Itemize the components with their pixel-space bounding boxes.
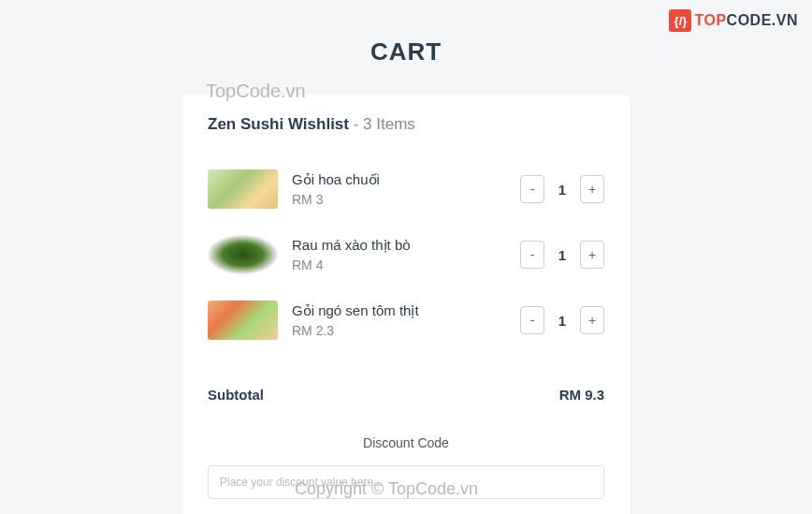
logo-text-top: TOP bbox=[694, 12, 726, 28]
subtotal-row: Subtotal RM 9.3 bbox=[208, 387, 604, 403]
item-price: RM 3 bbox=[292, 192, 520, 207]
qty-value: 1 bbox=[558, 247, 567, 263]
item-name: Gỏi hoa chuối bbox=[292, 171, 520, 188]
item-price: RM 4 bbox=[292, 257, 520, 272]
cart-item: Gỏi hoa chuối RM 3 - 1 + bbox=[208, 169, 604, 209]
qty-value: 1 bbox=[558, 182, 567, 198]
site-logo: {/} TOPCODE.VN bbox=[669, 9, 798, 32]
discount-input[interactable] bbox=[208, 465, 604, 499]
logo-text: TOPCODE.VN bbox=[694, 12, 798, 29]
logo-text-code: CODE.VN bbox=[727, 12, 798, 28]
discount-section: Discount Code bbox=[208, 435, 604, 499]
item-info: Rau má xào thịt bò RM 4 bbox=[292, 237, 520, 272]
cart-item: Rau má xào thịt bò RM 4 - 1 + bbox=[208, 235, 604, 274]
increase-button[interactable]: + bbox=[580, 306, 604, 334]
cart-card: Zen Sushi Wishlist - 3 Items Gỏi hoa chu… bbox=[181, 95, 631, 514]
item-name: Gỏi ngó sen tôm thịt bbox=[292, 302, 520, 319]
decrease-button[interactable]: - bbox=[520, 306, 544, 334]
increase-button[interactable]: + bbox=[580, 241, 604, 269]
qty-controls: - 1 + bbox=[520, 306, 604, 334]
decrease-button[interactable]: - bbox=[520, 175, 544, 203]
cart-header: Zen Sushi Wishlist - 3 Items bbox=[208, 115, 604, 134]
decrease-button[interactable]: - bbox=[520, 241, 544, 269]
page-title: CART bbox=[0, 37, 812, 66]
item-info: Gỏi hoa chuối RM 3 bbox=[292, 171, 520, 207]
logo-icon: {/} bbox=[669, 9, 691, 32]
qty-value: 1 bbox=[558, 313, 567, 329]
discount-title: Discount Code bbox=[208, 435, 604, 450]
qty-controls: - 1 + bbox=[520, 175, 604, 203]
subtotal-label: Subtotal bbox=[208, 387, 264, 403]
qty-controls: - 1 + bbox=[520, 241, 604, 269]
item-name: Rau má xào thịt bò bbox=[292, 237, 520, 254]
cart-title: Zen Sushi Wishlist bbox=[208, 115, 349, 133]
item-image bbox=[208, 169, 278, 209]
subtotal-value: RM 9.3 bbox=[559, 387, 604, 403]
cart-item: Gỏi ngó sen tôm thịt RM 2.3 - 1 + bbox=[208, 301, 604, 340]
increase-button[interactable]: + bbox=[580, 175, 604, 203]
item-info: Gỏi ngó sen tôm thịt RM 2.3 bbox=[292, 302, 520, 338]
item-price: RM 2.3 bbox=[292, 323, 520, 338]
item-image bbox=[208, 301, 278, 340]
cart-count: - 3 Items bbox=[349, 115, 415, 133]
item-image bbox=[208, 235, 278, 274]
